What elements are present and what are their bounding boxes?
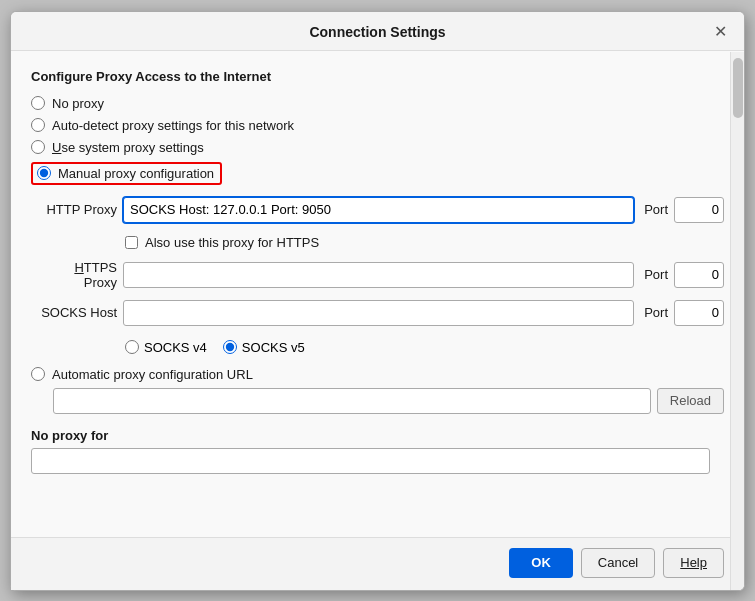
ok-button[interactable]: OK [509, 548, 573, 578]
https-proxy-input[interactable] [123, 262, 634, 288]
help-button[interactable]: Help [663, 548, 724, 578]
socks-host-input[interactable] [123, 300, 634, 326]
https-checkbox[interactable] [125, 236, 138, 249]
http-proxy-input[interactable]: SOCKS Host: 127.0.0.1 Port: 9050 [123, 197, 634, 223]
system-proxy-label: Use system proxy settings [52, 140, 204, 155]
socks-v4-option[interactable]: SOCKS v4 [125, 340, 207, 355]
system-proxy-radio[interactable] [31, 140, 45, 154]
scrollbar-thumb [733, 58, 743, 118]
auto-proxy-label: Automatic proxy configuration URL [52, 367, 253, 382]
https-checkbox-label: Also use this proxy for HTTPS [145, 235, 319, 250]
http-port-input[interactable]: 0 [674, 197, 724, 223]
http-proxy-row: HTTP Proxy SOCKS Host: 127.0.0.1 Port: 9… [39, 197, 724, 223]
footer: OK Cancel Help [11, 537, 744, 590]
socks-v4-label: SOCKS v4 [144, 340, 207, 355]
proxy-options-group: No proxy Auto-detect proxy settings for … [31, 96, 724, 185]
reload-button[interactable]: Reload [657, 388, 724, 414]
connection-settings-dialog: Connection Settings ✕ Configure Proxy Ac… [10, 11, 745, 591]
close-button[interactable]: ✕ [710, 22, 730, 42]
manual-proxy-option[interactable]: Manual proxy configuration [31, 162, 724, 185]
socks-v5-radio[interactable] [223, 340, 237, 354]
socks-v5-label: SOCKS v5 [242, 340, 305, 355]
https-port-input[interactable] [674, 262, 724, 288]
https-port-label: Port [644, 267, 668, 282]
auto-proxy-url-input[interactable] [53, 388, 651, 414]
auto-detect-option[interactable]: Auto-detect proxy settings for this netw… [31, 118, 724, 133]
cancel-button[interactable]: Cancel [581, 548, 655, 578]
no-proxy-input[interactable] [31, 448, 710, 474]
auto-proxy-radio[interactable] [31, 367, 45, 381]
auto-proxy-option-row: Automatic proxy configuration URL [31, 367, 724, 382]
socks-host-row: SOCKS Host Port [39, 300, 724, 326]
socks-port-input[interactable] [674, 300, 724, 326]
auto-proxy-section: Automatic proxy configuration URL Reload [31, 367, 724, 414]
no-proxy-for-label: No proxy for [31, 428, 724, 443]
dialog-title: Connection Settings [45, 24, 710, 40]
content-area: Configure Proxy Access to the Internet N… [11, 51, 744, 537]
https-checkbox-row: Also use this proxy for HTTPS [39, 235, 724, 250]
manual-proxy-radio[interactable] [37, 166, 51, 180]
https-proxy-label: HTTPS Proxy [39, 260, 117, 290]
no-proxy-section: No proxy for [31, 428, 724, 474]
socks-v4-radio[interactable] [125, 340, 139, 354]
scrollbar[interactable] [730, 52, 744, 590]
title-bar: Connection Settings ✕ [11, 12, 744, 51]
auto-detect-radio[interactable] [31, 118, 45, 132]
no-proxy-radio[interactable] [31, 96, 45, 110]
socks-version-row: SOCKS v4 SOCKS v5 [39, 340, 724, 355]
http-port-label: Port [644, 202, 668, 217]
no-proxy-option[interactable]: No proxy [31, 96, 724, 111]
socks-host-label: SOCKS Host [39, 305, 117, 320]
section-title: Configure Proxy Access to the Internet [31, 69, 724, 84]
auto-detect-label: Auto-detect proxy settings for this netw… [52, 118, 294, 133]
auto-proxy-input-row: Reload [31, 388, 724, 414]
manual-proxy-box: Manual proxy configuration [31, 162, 222, 185]
http-proxy-label: HTTP Proxy [39, 202, 117, 217]
manual-proxy-label: Manual proxy configuration [58, 166, 214, 181]
no-proxy-label: No proxy [52, 96, 104, 111]
socks-v5-option[interactable]: SOCKS v5 [223, 340, 305, 355]
proxy-fields: HTTP Proxy SOCKS Host: 127.0.0.1 Port: 9… [31, 197, 724, 355]
socks-port-label: Port [644, 305, 668, 320]
system-proxy-option[interactable]: Use system proxy settings [31, 140, 724, 155]
auto-proxy-option[interactable]: Automatic proxy configuration URL [31, 367, 253, 382]
https-proxy-row: HTTPS Proxy Port [39, 260, 724, 290]
